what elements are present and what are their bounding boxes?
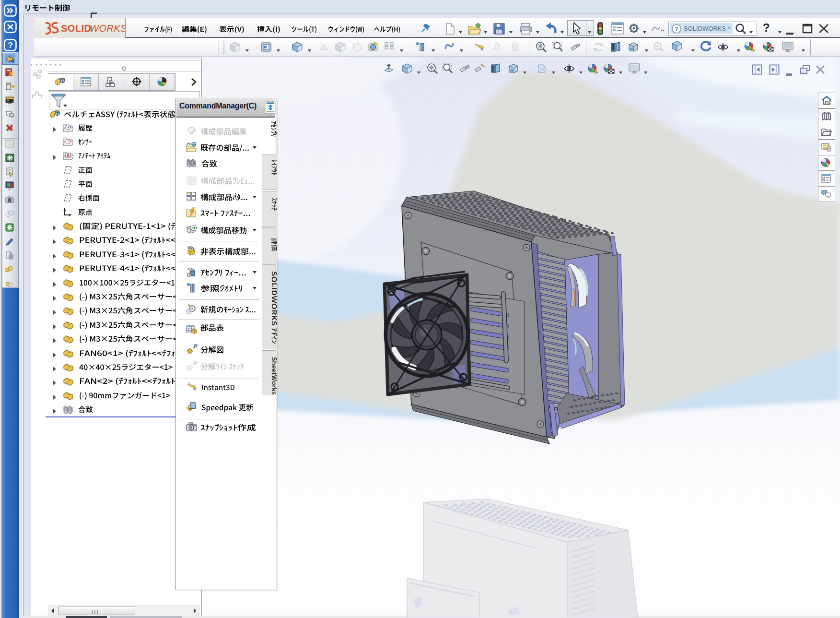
svg-text:A: A [66,153,70,158]
svg-text:?: ? [8,41,12,50]
svg-text:SOLID: SOLID [61,23,92,34]
svg-text:?: ? [675,25,678,33]
svg-text:WORKS: WORKS [90,23,125,34]
